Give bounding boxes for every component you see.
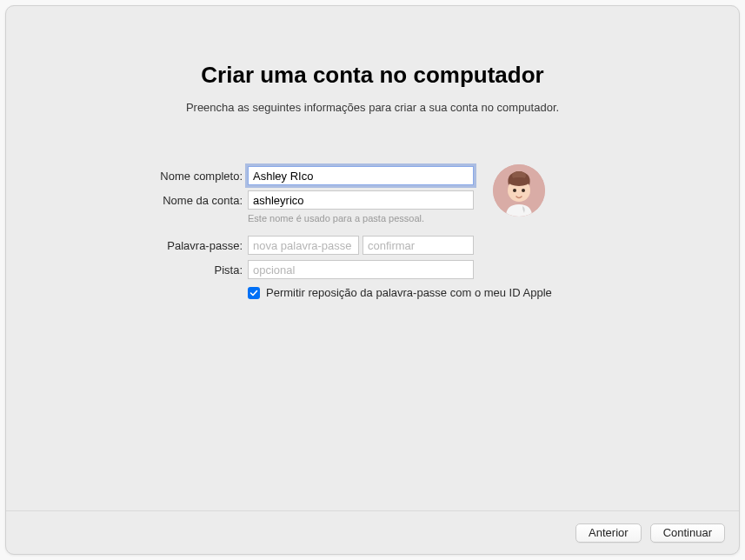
- svg-point-5: [522, 189, 525, 192]
- password-confirm-input[interactable]: [363, 236, 474, 255]
- svg-point-4: [513, 189, 516, 192]
- svg-point-3: [509, 177, 529, 186]
- account-name-help: Este nome é usado para a pasta pessoal.: [248, 213, 623, 223]
- full-name-label: Nome completo:: [102, 170, 248, 183]
- continue-button[interactable]: Continuar: [650, 523, 725, 543]
- allow-reset-checkbox[interactable]: [248, 287, 260, 299]
- back-button[interactable]: Anterior: [575, 523, 642, 543]
- setup-assistant-window: Criar uma conta no computador Preencha a…: [5, 5, 740, 555]
- content-area: Criar uma conta no computador Preencha a…: [6, 6, 739, 510]
- account-name-label: Nome da conta:: [102, 194, 248, 207]
- full-name-input[interactable]: [248, 166, 474, 185]
- account-form: Nome completo: Nome da conta: Este nome …: [102, 166, 623, 299]
- account-name-input[interactable]: [248, 190, 474, 210]
- password-label: Palavra-passe:: [102, 239, 248, 252]
- avatar[interactable]: [493, 164, 545, 217]
- allow-reset-label: Permitir reposição da palavra-passe com …: [266, 286, 552, 299]
- hint-input[interactable]: [248, 260, 474, 279]
- page-title: Criar uma conta no computador: [6, 62, 739, 89]
- footer-bar: Anterior Continuar: [6, 510, 739, 554]
- page-subtitle: Preencha as seguintes informações para c…: [6, 101, 739, 114]
- hint-label: Pista:: [102, 263, 248, 277]
- password-input[interactable]: [248, 236, 359, 255]
